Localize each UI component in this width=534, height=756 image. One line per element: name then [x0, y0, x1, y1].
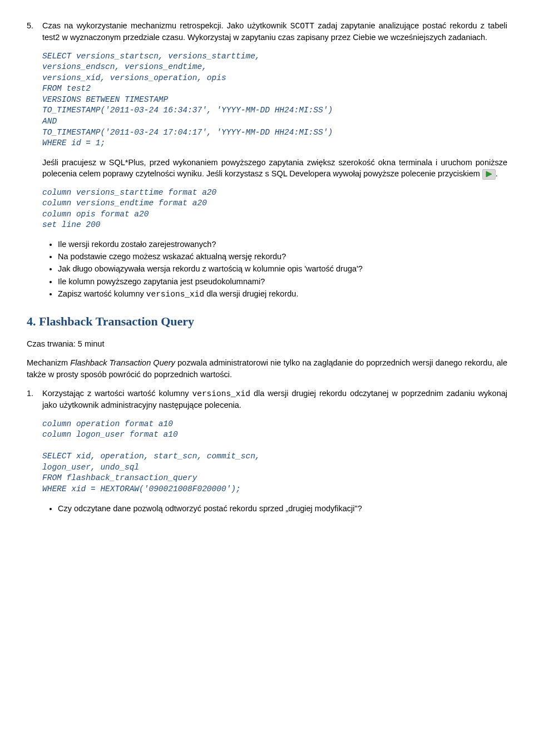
list-item: Jak długo obowiązywała wersja rekordu z … [58, 263, 507, 274]
italic-text: Flashback Transaction Query [70, 358, 175, 367]
text: Mechanizm [27, 358, 70, 367]
duration-line: Czas trwania: 5 minut [27, 338, 507, 349]
sql-code-block-3: column operation format a10 column logon… [42, 419, 507, 495]
text: Czas na wykorzystanie mechanizmu retrosp… [42, 21, 290, 30]
item-body: Korzystając z wartości wartość kolumny v… [42, 388, 507, 411]
item-body: Czas na wykorzystanie mechanizmu retrosp… [42, 20, 507, 43]
sql-code-block-1: SELECT versions_startscn, versions_start… [42, 51, 507, 149]
list-item: Ile kolumn powyższego zapytania jest pse… [58, 276, 507, 287]
list-item: Ile wersji rekordu zostało zarejestrowan… [58, 239, 507, 250]
inline-code: versions_xid [192, 389, 250, 398]
list-item: Czy odczytane dane pozwolą odtworzyć pos… [58, 503, 507, 514]
item-number: 1. [27, 388, 42, 411]
section-heading: 4. Flashback Transaction Query [27, 313, 507, 330]
run-button-icon [482, 169, 496, 180]
inline-code: SCOTT [290, 22, 315, 31]
text: Jeśli pracujesz w SQL*Plus, przed wykona… [42, 158, 507, 178]
paragraph: Jeśli pracujesz w SQL*Plus, przed wykona… [42, 157, 507, 180]
bullet-list-2: Czy odczytane dane pozwolą odtworzyć pos… [42, 503, 507, 514]
svg-marker-0 [486, 171, 492, 177]
list-item: Zapisz wartość kolumny versions_xid dla … [58, 288, 507, 300]
text: Korzystając z wartości wartość kolumny [42, 389, 192, 398]
intro-paragraph: Mechanizm Flashback Transaction Query po… [27, 357, 507, 380]
sql-code-block-2: column versions_starttime format a20 col… [42, 187, 507, 231]
list-item-5: 5. Czas na wykorzystanie mechanizmu retr… [27, 20, 507, 43]
list-item: Na podstawie czego możesz wskazać aktual… [58, 251, 507, 262]
bullet-list-1: Ile wersji rekordu zostało zarejestrowan… [42, 239, 507, 300]
text: dla wersji drugiej rekordu. [204, 289, 298, 298]
item-number: 5. [27, 20, 42, 43]
text: Zapisz wartość kolumny [58, 289, 146, 298]
list-item-1: 1. Korzystając z wartości wartość kolumn… [27, 388, 507, 411]
inline-code: versions_xid [146, 290, 204, 299]
text: . [496, 169, 498, 178]
